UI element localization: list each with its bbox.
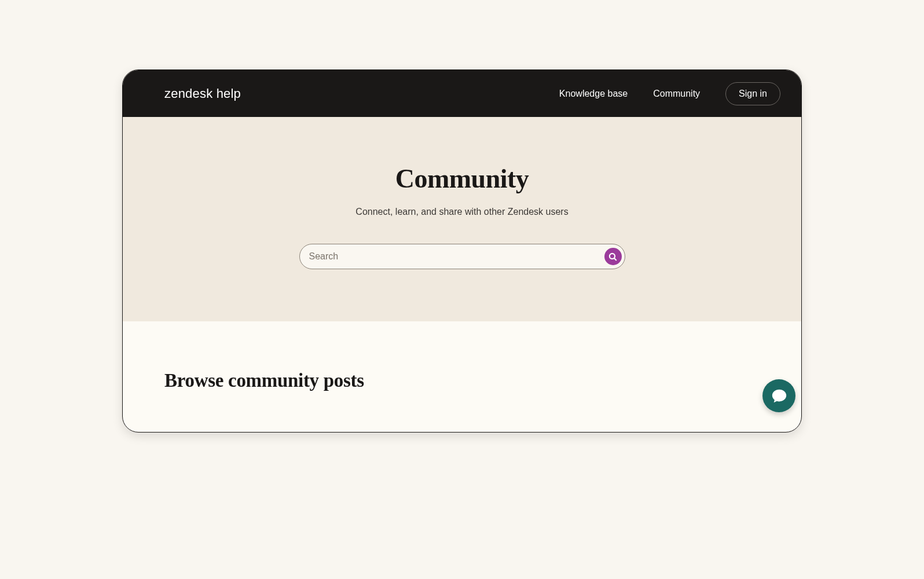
search-button[interactable] xyxy=(604,248,622,265)
nav-community[interactable]: Community xyxy=(653,89,700,99)
search-input[interactable] xyxy=(309,251,604,262)
page-subtitle: Connect, learn, and share with other Zen… xyxy=(355,207,568,217)
search-bar xyxy=(299,244,625,269)
svg-line-1 xyxy=(614,258,616,259)
app-window: zendesk help Knowledge base Community Si… xyxy=(122,69,802,433)
browse-section: Browse community posts xyxy=(123,321,801,391)
chat-bubble-icon xyxy=(771,387,788,405)
chat-launcher-button[interactable] xyxy=(762,379,795,412)
nav-knowledge-base[interactable]: Knowledge base xyxy=(559,89,628,99)
hero-section: Community Connect, learn, and share with… xyxy=(123,117,801,321)
logo[interactable]: zendesk help xyxy=(164,86,241,101)
top-bar: zendesk help Knowledge base Community Si… xyxy=(123,70,801,117)
browse-title: Browse community posts xyxy=(164,370,760,391)
page-title: Community xyxy=(395,163,529,194)
primary-nav: Knowledge base Community Sign in xyxy=(559,82,780,105)
sign-in-button[interactable]: Sign in xyxy=(725,82,780,105)
search-icon xyxy=(608,252,618,262)
